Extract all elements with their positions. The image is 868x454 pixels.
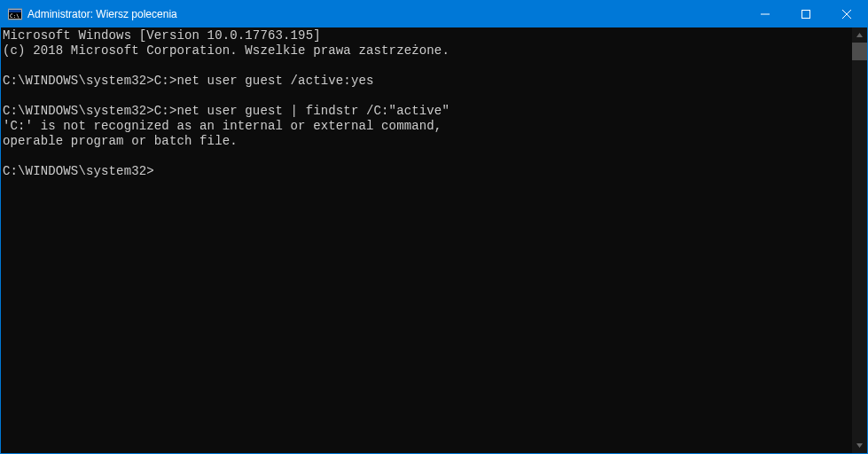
titlebar[interactable]: C:\ Administrator: Wiersz polecenia [1,1,867,27]
console-line: Microsoft Windows [Version 10.0.17763.19… [3,28,852,43]
console-line: (c) 2018 Microsoft Corporation. Wszelkie… [3,43,852,59]
client-area: Microsoft Windows [Version 10.0.17763.19… [1,27,867,453]
console-line [3,59,852,74]
window-title: Administrator: Wiersz polecenia [27,8,745,20]
close-button[interactable] [826,1,867,27]
window-controls [745,1,867,27]
console-line: C:\WINDOWS\system32>C:>net user guest /a… [3,74,852,89]
console-output[interactable]: Microsoft Windows [Version 10.0.17763.19… [1,27,852,453]
window-frame: C:\ Administrator: Wiersz polecenia Micr… [0,0,868,454]
console-line [3,89,852,104]
maximize-button[interactable] [786,1,826,27]
console-line: operable program or batch file. [3,134,852,149]
cmd-icon: C:\ [8,7,22,21]
svg-rect-5 [802,11,810,19]
scroll-down-button[interactable] [852,438,867,453]
minimize-button[interactable] [745,1,786,27]
scroll-up-button[interactable] [852,27,867,43]
console-line: 'C:' is not recognized as an internal or… [3,119,852,134]
console-line: C:\WINDOWS\system32>C:>net user guest | … [3,104,852,119]
scroll-track[interactable] [852,43,867,438]
svg-text:C:\: C:\ [10,12,20,19]
console-line [3,149,852,164]
console-line: C:\WINDOWS\system32> [3,164,852,179]
scroll-thumb[interactable] [852,43,867,60]
vertical-scrollbar[interactable] [852,27,867,453]
svg-marker-9 [856,443,863,448]
svg-marker-8 [856,33,863,37]
